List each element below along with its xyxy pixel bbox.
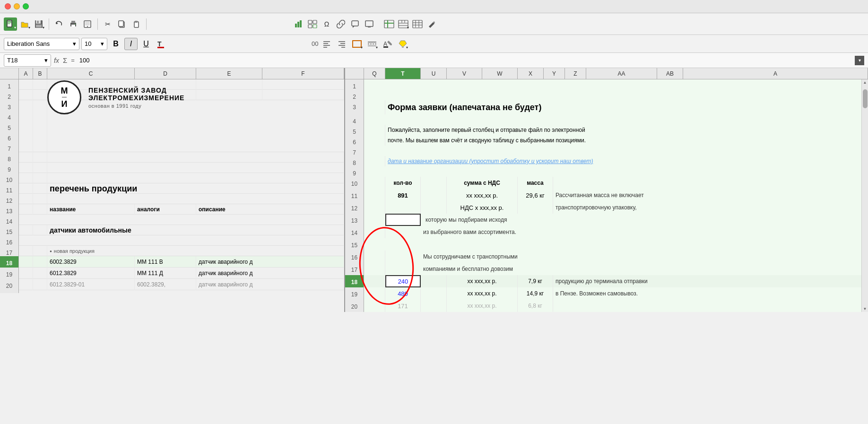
cell-c18[interactable]: 6002.3829: [47, 256, 135, 268]
right-rest-10[interactable]: [553, 177, 868, 189]
formula-bar-dropdown[interactable]: ▾: [855, 56, 864, 65]
cell-d19[interactable]: ММ 111 Д: [135, 268, 196, 279]
copy-button[interactable]: [115, 17, 129, 31]
cell-b20[interactable]: [33, 279, 47, 290]
right-u18[interactable]: [421, 275, 447, 287]
vertical-scrollbar[interactable]: ▲ ▼: [861, 79, 868, 312]
right-rest-9[interactable]: [364, 166, 868, 177]
cell-b15[interactable]: [33, 225, 47, 235]
cell-b8[interactable]: [33, 152, 47, 163]
right-q12[interactable]: [364, 201, 385, 214]
right-t18-cell[interactable]: 240: [385, 275, 421, 287]
cell-section-title[interactable]: датчики автомобильные: [47, 225, 344, 235]
right-v12[interactable]: [518, 201, 553, 214]
right-mass20[interactable]: 6,8 кг: [518, 300, 553, 312]
right-cell-form-title[interactable]: Форма заявки (напечатана не будет): [385, 100, 868, 114]
cell-rest-14[interactable]: [19, 215, 344, 225]
right-info-7[interactable]: продукцию до терминала отправки: [553, 275, 868, 287]
cell-b6[interactable]: [33, 131, 47, 142]
right-rest-15[interactable]: [364, 238, 868, 251]
cell-b9[interactable]: [33, 163, 47, 173]
new-button[interactable]: [4, 17, 17, 31]
right-info-4[interactable]: из выбранного вами ассортимента.: [385, 226, 868, 238]
cell-b18[interactable]: [33, 256, 47, 268]
cell-a15[interactable]: [19, 225, 33, 235]
cell-rest-8[interactable]: [47, 152, 344, 163]
highlight-button[interactable]: [396, 37, 409, 51]
right-nds[interactable]: НДС х ххх,хх р.: [447, 201, 518, 214]
cell-col-desc[interactable]: описание: [196, 204, 344, 215]
cell-b10[interactable]: [33, 173, 47, 183]
align-right-button[interactable]: [335, 37, 348, 51]
right-q17[interactable]: [364, 263, 385, 275]
cell-a1[interactable]: [19, 79, 33, 90]
right-t12[interactable]: [385, 201, 421, 214]
right-cell-desc[interactable]: Пожалуйста, заполните первый столбец и о…: [385, 125, 868, 135]
save-button[interactable]: [32, 17, 45, 31]
right-q20[interactable]: [364, 300, 385, 312]
right-sum20[interactable]: хх ххх,хх р.: [447, 300, 518, 312]
close-button[interactable]: [5, 3, 11, 9]
right-cell-desc2[interactable]: почте. Мы вышлем вам счёт и сводную табл…: [385, 135, 868, 146]
right-rest-20[interactable]: [553, 300, 868, 312]
right-header-qty[interactable]: кол-во: [385, 177, 421, 189]
cell-a13[interactable]: [19, 204, 33, 215]
right-q18[interactable]: [364, 275, 385, 287]
merge-button[interactable]: [397, 17, 410, 31]
print-button[interactable]: [67, 17, 80, 31]
cell-f1[interactable]: [262, 79, 344, 90]
font-selector[interactable]: Liberation Sans ▾: [4, 38, 79, 50]
cell-a12[interactable]: [19, 194, 33, 204]
preview-button[interactable]: [81, 17, 94, 31]
cell-rest-12[interactable]: [47, 194, 344, 204]
cell-a4[interactable]: [19, 111, 33, 121]
right-cell-q3[interactable]: [364, 100, 385, 114]
undo-button[interactable]: [52, 17, 66, 31]
bold-button[interactable]: B: [109, 38, 122, 50]
cell-a18[interactable]: [19, 256, 33, 268]
pivot-button[interactable]: [306, 17, 319, 31]
cell-a10[interactable]: [19, 173, 33, 183]
right-q6[interactable]: [364, 135, 385, 146]
right-info-2[interactable]: транспортировочную упаковку,: [553, 201, 868, 214]
right-q14[interactable]: [364, 226, 385, 238]
right-info-8[interactable]: в Пензе. Возможен самовывоз.: [553, 287, 868, 300]
right-info-3[interactable]: которую мы подбираем исходя: [421, 214, 868, 226]
cell-a6[interactable]: [19, 131, 33, 142]
cell-b17[interactable]: [33, 246, 47, 256]
screen-button[interactable]: [363, 17, 376, 31]
cell-b1[interactable]: [33, 79, 47, 90]
right-q8[interactable]: [364, 156, 385, 166]
cell-d20[interactable]: 6002.3829,: [135, 279, 196, 290]
cell-product-title[interactable]: перечень продукции: [47, 183, 344, 194]
cell-d18[interactable]: ММ 111 В: [135, 256, 196, 268]
cell-reference-box[interactable]: T18 ▾: [4, 54, 51, 67]
cell-a2[interactable]: [19, 90, 33, 100]
underline-button[interactable]: U: [139, 38, 153, 50]
right-header-mass[interactable]: масса: [518, 177, 553, 189]
cell-col-name[interactable]: название: [47, 204, 135, 215]
maximize-button[interactable]: [23, 3, 29, 9]
cell-e19[interactable]: датчик аварийного д: [196, 268, 344, 279]
right-mass19[interactable]: 14,9 кг: [518, 287, 553, 300]
bg-color-button[interactable]: A: [381, 37, 394, 51]
right-u12[interactable]: [421, 201, 447, 214]
comment-button[interactable]: [348, 17, 362, 31]
sort-button[interactable]: [411, 17, 424, 31]
cell-b7[interactable]: [33, 142, 47, 152]
cell-c20[interactable]: 6012.3829-01: [47, 279, 135, 290]
cell-a8[interactable]: [19, 152, 33, 163]
right-q13[interactable]: [364, 214, 385, 226]
cell-e18[interactable]: датчик аварийного д: [196, 256, 344, 268]
cell-col-analog[interactable]: аналоги: [135, 204, 196, 215]
cell-a20[interactable]: [19, 279, 33, 290]
cell-a19[interactable]: [19, 268, 33, 279]
hyperlink-button[interactable]: [334, 17, 347, 31]
right-q11[interactable]: [364, 189, 385, 201]
right-info-1[interactable]: Рассчитанная масса не включает: [553, 189, 868, 201]
cell-new-product[interactable]: ● новая продукция: [47, 246, 344, 256]
cell-a9[interactable]: [19, 163, 33, 173]
right-u19[interactable]: [421, 287, 447, 300]
right-t13-active[interactable]: [385, 214, 421, 226]
cell-d1[interactable]: [135, 79, 196, 90]
